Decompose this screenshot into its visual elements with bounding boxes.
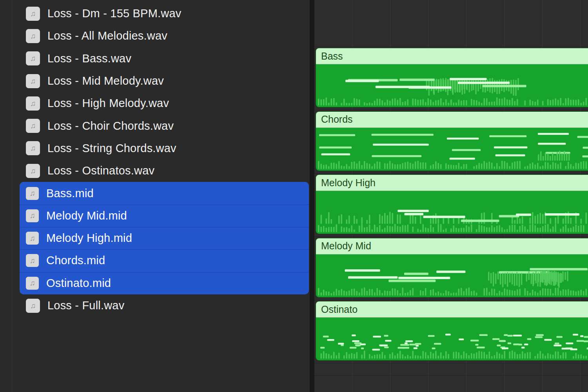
music-file-icon: ♫ [26,141,40,155]
panel-divider[interactable] [310,0,314,392]
file-name: Loss - Mid Melody.wav [47,74,164,87]
file-name: Bass.mid [46,187,94,200]
list-item[interactable]: ♫Loss - High Melody.wav [0,92,310,114]
file-name: Loss - Dm - 155 BPM.wav [47,7,181,20]
file-list: ♫Loss - Dm - 155 BPM.wav♫Loss - All Melo… [0,2,310,317]
file-name: Loss - Bass.wav [47,52,131,65]
region-note-area [316,64,588,107]
lane-separator [314,173,588,174]
file-name: Loss - Choir Chords.wav [47,120,174,132]
list-item[interactable]: ♫Bass.mid [0,182,310,204]
file-name: Loss - High Melody.wav [47,97,169,110]
music-file-icon: ♫ [26,7,40,21]
lane-separator [314,363,588,363]
music-file-icon: ♫ [26,254,39,267]
file-name: Chords.mid [46,254,105,267]
file-name: Melody Mid.mid [46,209,127,222]
list-item[interactable]: ♫Loss - Dm - 155 BPM.wav [0,2,310,25]
music-file-icon: ♫ [26,51,40,65]
midi-notes-canvas [316,318,588,360]
file-list-panel: ♫Loss - Dm - 155 BPM.wav♫Loss - All Melo… [0,0,310,392]
midi-notes-canvas [316,64,588,107]
midi-notes-canvas [316,191,588,233]
list-item[interactable]: ♫Loss - String Chords.wav [0,137,310,160]
midi-region-melody-mid[interactable]: Melody Mid [316,238,588,298]
midi-region-chords[interactable]: Chords [316,111,588,171]
music-file-icon: ♫ [26,232,39,245]
list-item[interactable]: ♫Melody Mid.mid [0,205,310,227]
region-note-area [316,191,588,233]
file-name: Loss - String Chords.wav [47,142,176,155]
lane-separator [314,46,588,47]
arrange-area: BassChordsMelody HighMelody MidOstinato [314,0,588,392]
music-file-icon: ♫ [26,74,40,88]
list-item[interactable]: ♫Loss - All Melodies.wav [0,25,310,47]
music-file-icon: ♫ [26,277,39,290]
lane-separator [314,375,588,376]
region-title: Chords [316,112,588,128]
file-name: Loss - All Melodies.wav [47,29,167,42]
region-title: Melody High [316,175,588,191]
list-item[interactable]: ♫Chords.mid [0,249,310,272]
region-note-area [316,128,588,170]
music-file-icon: ♫ [26,187,39,200]
list-item[interactable]: ♫Loss - Choir Chords.wav [0,114,310,137]
list-item[interactable]: ♫Loss - Full.wav [0,294,310,317]
midi-notes-canvas [316,254,588,297]
list-item[interactable]: ♫Ostinato.mid [0,272,310,294]
list-item[interactable]: ♫Loss - Bass.wav [0,47,310,70]
midi-region-bass[interactable]: Bass [316,48,588,107]
midi-region-melody-high[interactable]: Melody High [316,174,588,234]
region-note-area [316,318,588,360]
region-title: Ostinato [316,301,588,318]
file-name: Loss - Ostinatos.wav [47,164,154,177]
region-title: Bass [316,48,588,64]
region-title: Melody Mid [316,238,588,254]
music-file-icon: ♫ [26,164,40,178]
music-file-icon: ♫ [26,209,39,222]
lane-separator [314,236,588,237]
music-file-icon: ♫ [26,119,40,133]
music-file-icon: ♫ [26,29,40,43]
midi-region-ostinato[interactable]: Ostinato [316,301,588,361]
music-file-icon: ♫ [26,299,40,313]
file-name: Loss - Full.wav [47,299,124,312]
lane-separator [314,110,588,110]
region-note-area [316,254,588,297]
music-file-icon: ♫ [26,96,40,111]
list-item[interactable]: ♫Loss - Ostinatos.wav [0,160,310,182]
midi-notes-canvas [316,128,588,170]
list-item[interactable]: ♫Melody High.mid [0,227,310,249]
list-item[interactable]: ♫Loss - Mid Melody.wav [0,70,310,92]
lane-separator [314,300,588,300]
file-name: Ostinato.mid [46,277,111,290]
file-name: Melody High.mid [46,232,132,245]
